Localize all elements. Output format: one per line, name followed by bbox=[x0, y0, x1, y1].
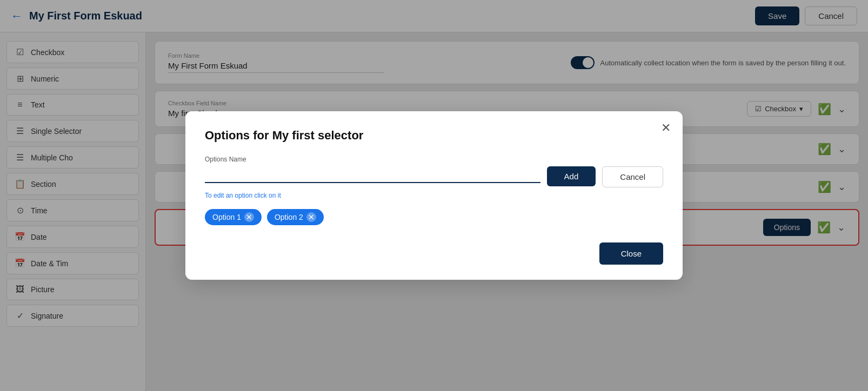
hint-text: To edit an option click on it bbox=[205, 192, 663, 199]
modal-title: Options for My first selector bbox=[205, 129, 663, 143]
modal-overlay[interactable]: Options for My first selector ✕ Options … bbox=[0, 0, 868, 391]
modal-dialog: Options for My first selector ✕ Options … bbox=[185, 111, 683, 280]
option-tag-2[interactable]: Option 2 ✕ bbox=[267, 209, 324, 225]
remove-option-2-button[interactable]: ✕ bbox=[306, 212, 316, 222]
cancel-option-button[interactable]: Cancel bbox=[602, 166, 663, 187]
close-modal-button[interactable]: Close bbox=[599, 242, 663, 265]
remove-option-1-button[interactable]: ✕ bbox=[244, 212, 254, 222]
add-option-button[interactable]: Add bbox=[547, 166, 596, 186]
options-name-label: Options Name bbox=[205, 156, 663, 163]
option-tag-label-1: Option 1 bbox=[212, 213, 241, 221]
options-tags: Option 1 ✕ Option 2 ✕ bbox=[205, 209, 663, 225]
option-tag-1[interactable]: Option 1 ✕ bbox=[205, 209, 262, 225]
option-tag-label-2: Option 2 bbox=[275, 213, 303, 221]
options-name-input[interactable] bbox=[205, 166, 540, 183]
input-row: Add Cancel bbox=[205, 166, 663, 187]
modal-close-button[interactable]: ✕ bbox=[661, 121, 671, 135]
modal-footer: Close bbox=[205, 242, 663, 265]
